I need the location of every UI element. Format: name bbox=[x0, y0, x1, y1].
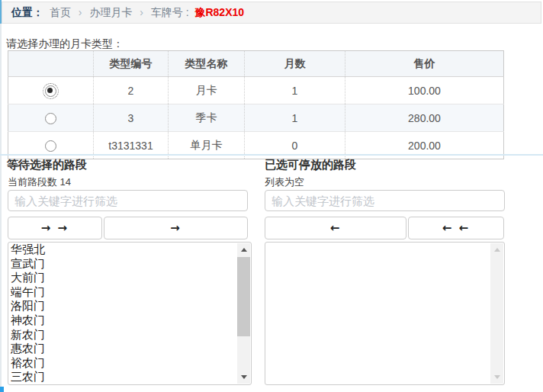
table-header-row: 类型编号 类型名称 月数 售价 bbox=[8, 51, 504, 77]
table-row: 2 月卡 1 100.00 bbox=[8, 77, 504, 104]
breadcrumb: 位置： 首页 › 办理月卡 › 车牌号 : 豫R82X10 bbox=[2, 2, 541, 24]
scroll-up-icon bbox=[241, 248, 247, 252]
col-header-type-name: 类型名称 bbox=[169, 51, 245, 77]
breadcrumb-separator: › bbox=[79, 6, 82, 18]
list-item[interactable]: 洛阳门 bbox=[8, 299, 251, 313]
col-header-months: 月数 bbox=[245, 51, 345, 77]
waiting-sections-title: 等待选择的路段 bbox=[7, 158, 87, 172]
list-item[interactable]: 端午门 bbox=[8, 285, 251, 300]
table-row: 3 季卡 1 280.00 bbox=[8, 104, 504, 132]
left-edge-accent-mid bbox=[0, 24, 2, 387]
breadcrumb-monthly-card-link[interactable]: 办理月卡 bbox=[89, 6, 132, 18]
scroll-up-button[interactable] bbox=[237, 243, 250, 256]
cell-type-id: 2 bbox=[94, 77, 169, 104]
cell-months: 1 bbox=[245, 77, 345, 104]
section-divider bbox=[0, 154, 543, 156]
selected-sections-title: 已选可停放的路段 bbox=[265, 158, 356, 172]
list-item[interactable]: 宣武门 bbox=[8, 257, 251, 272]
page: 位置： 首页 › 办理月卡 › 车牌号 : 豫R82X10 请选择办理的月卡类型… bbox=[0, 0, 543, 392]
scroll-down-button bbox=[490, 371, 503, 384]
scroll-up-icon bbox=[494, 248, 500, 252]
move-selected-left-button[interactable]: ← bbox=[265, 217, 406, 239]
move-selected-right-button[interactable]: → bbox=[104, 217, 248, 239]
list-item[interactable]: 新农门 bbox=[8, 328, 251, 342]
left-edge-accent-bottom bbox=[0, 387, 4, 392]
list-item[interactable]: 三农门 bbox=[8, 370, 251, 384]
scroll-down-icon bbox=[494, 375, 500, 379]
selected-sections-listbox[interactable] bbox=[265, 242, 505, 385]
radio-column-header bbox=[8, 51, 94, 77]
move-all-left-button[interactable]: ← ← bbox=[408, 217, 504, 239]
card-type-prompt: 请选择办理的月卡类型： bbox=[6, 37, 124, 51]
scroll-up-button bbox=[490, 243, 503, 256]
breadcrumb-home-link[interactable]: 首页 bbox=[50, 6, 71, 18]
card-type-radio[interactable] bbox=[45, 113, 56, 124]
scrollbar-thumb[interactable] bbox=[237, 257, 250, 336]
breadcrumb-label: 位置： bbox=[11, 6, 43, 18]
col-header-type-id: 类型编号 bbox=[94, 51, 169, 77]
scroll-down-button[interactable] bbox=[237, 371, 250, 384]
scroll-down-icon bbox=[241, 375, 247, 379]
col-header-price: 售价 bbox=[345, 51, 504, 77]
cell-months: 1 bbox=[245, 104, 345, 132]
list-item[interactable]: 大前门 bbox=[8, 271, 251, 285]
right-filter-input[interactable] bbox=[265, 190, 505, 211]
list-item[interactable]: 神农门 bbox=[8, 313, 251, 328]
move-all-right-button[interactable]: → → bbox=[8, 217, 102, 239]
cell-price: 280.00 bbox=[345, 104, 504, 132]
breadcrumb-separator: › bbox=[140, 6, 143, 18]
plate-number: 豫R82X10 bbox=[194, 6, 244, 18]
selected-sections-empty-note: 列表为空 bbox=[265, 175, 304, 189]
waiting-sections-count: 当前路段数 14 bbox=[8, 175, 71, 189]
left-filter-input[interactable] bbox=[8, 190, 248, 211]
card-type-radio[interactable] bbox=[45, 140, 56, 152]
cell-type-name: 月卡 bbox=[169, 77, 245, 104]
card-type-table: 类型编号 类型名称 月数 售价 2 月卡 1 100.00 3 季卡 1 280… bbox=[8, 50, 504, 159]
scrollbar[interactable] bbox=[237, 243, 250, 384]
list-item[interactable]: 惠农门 bbox=[8, 342, 251, 356]
scrollbar-disabled bbox=[490, 243, 503, 384]
cell-type-id: 3 bbox=[94, 104, 169, 132]
plate-number-label: 车牌号 : bbox=[151, 6, 189, 18]
cell-price: 100.00 bbox=[345, 77, 504, 104]
list-item[interactable]: 华强北 bbox=[8, 243, 251, 257]
cell-type-name: 季卡 bbox=[169, 104, 245, 132]
list-item[interactable]: 裕农门 bbox=[8, 356, 251, 371]
waiting-sections-listbox[interactable]: 华强北 宣武门 大前门 端午门 洛阳门 神农门 新农门 惠农门 裕农门 三农门 bbox=[8, 242, 252, 385]
card-type-radio-selected[interactable] bbox=[45, 85, 56, 97]
